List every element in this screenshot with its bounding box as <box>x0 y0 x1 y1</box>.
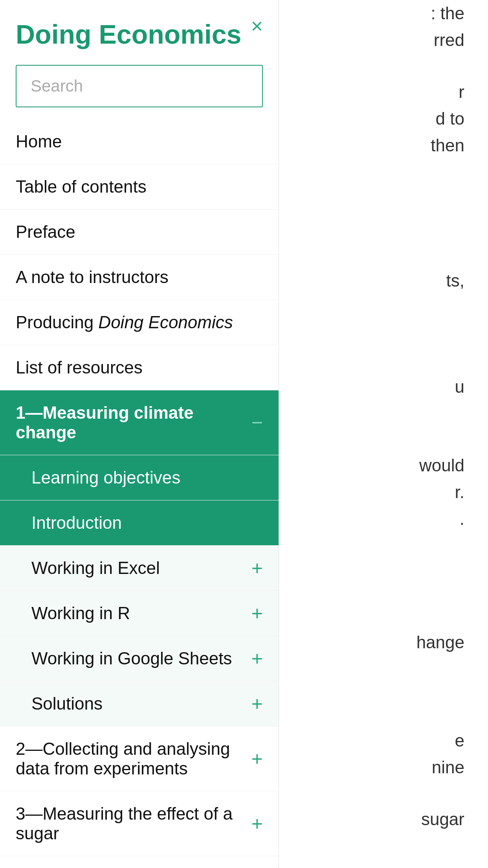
bg-text-9: enine <box>432 727 464 781</box>
nav-label-introduction: Introduction <box>31 513 122 533</box>
nav-label-producing: Producing Doing Economics <box>16 313 233 332</box>
bg-text-2: rd tothen <box>431 79 464 159</box>
nav-item-introduction[interactable]: Introduction <box>0 500 279 546</box>
nav-label-toc: Table of contents <box>16 177 147 197</box>
nav-item-working-google-sheets[interactable]: Working in Google Sheets + <box>0 636 279 681</box>
expand-icon-chapter-3: + <box>251 814 263 833</box>
nav-label-chapter-3: 3—Measuring the effect of a sugar <box>16 804 251 843</box>
nav-item-preface[interactable]: Preface <box>0 210 279 255</box>
nav-item-working-r[interactable]: Working in R + <box>0 591 279 636</box>
expand-icon-chapter-2: + <box>251 749 263 769</box>
expand-icon-sheets: + <box>251 649 263 668</box>
search-input[interactable] <box>16 65 263 107</box>
bg-text-6: wouldr.. <box>419 452 464 533</box>
close-button[interactable]: × <box>251 16 263 36</box>
nav-item-note-to-instructors[interactable]: A note to instructors <box>0 255 279 300</box>
nav-label-chapter-2: 2—Collecting and analysing data from exp… <box>16 739 251 778</box>
nav-list: Home Table of contents Preface A note to… <box>0 119 279 856</box>
nav-item-chapter-2[interactable]: 2—Collecting and analysing data from exp… <box>0 726 279 791</box>
nav-item-producing[interactable]: Producing Doing Economics <box>0 300 279 345</box>
nav-label-working-google-sheets: Working in Google Sheets <box>31 649 232 668</box>
nav-item-home[interactable]: Home <box>0 119 279 164</box>
nav-label-working-excel: Working in Excel <box>31 558 160 578</box>
nav-item-chapter-3[interactable]: 3—Measuring the effect of a sugar + <box>0 791 279 856</box>
nav-label-resources: List of resources <box>16 358 143 377</box>
collapse-icon-chapter-1: − <box>251 413 263 432</box>
nav-item-working-excel[interactable]: Working in Excel + <box>0 546 279 591</box>
nav-label-solutions: Solutions <box>31 694 103 714</box>
nav-item-learning-objectives[interactable]: Learning objectives <box>0 455 279 500</box>
nav-item-solutions[interactable]: Solutions + <box>0 681 279 726</box>
bg-text-8: hange <box>416 629 464 656</box>
app-title: Doing Economics <box>16 20 263 49</box>
nav-item-chapter-1[interactable]: 1—Measuring climate change − <box>0 390 279 455</box>
search-container <box>0 65 279 119</box>
bg-text-4: ts, <box>446 267 464 294</box>
nav-label-home: Home <box>16 132 62 151</box>
navigation-drawer: × Doing Economics Home Table of contents… <box>0 0 279 868</box>
expand-icon-excel: + <box>251 558 263 578</box>
drawer-header: × Doing Economics <box>0 0 279 65</box>
nav-label-preface: Preface <box>16 222 75 242</box>
nav-item-table-of-contents[interactable]: Table of contents <box>0 164 279 210</box>
expand-icon-solutions: + <box>251 694 263 714</box>
nav-item-list-of-resources[interactable]: List of resources <box>0 345 279 390</box>
expand-icon-r: + <box>251 603 263 623</box>
bg-text-5: u <box>455 373 464 400</box>
nav-label-chapter-1: 1—Measuring climate change <box>16 403 251 442</box>
bg-text-1: : therred <box>431 0 464 53</box>
bg-text-10: sugar <box>421 806 464 833</box>
nav-label-working-r: Working in R <box>31 603 130 623</box>
nav-label-learning-objectives: Learning objectives <box>31 468 180 487</box>
nav-label-note: A note to instructors <box>16 267 169 287</box>
